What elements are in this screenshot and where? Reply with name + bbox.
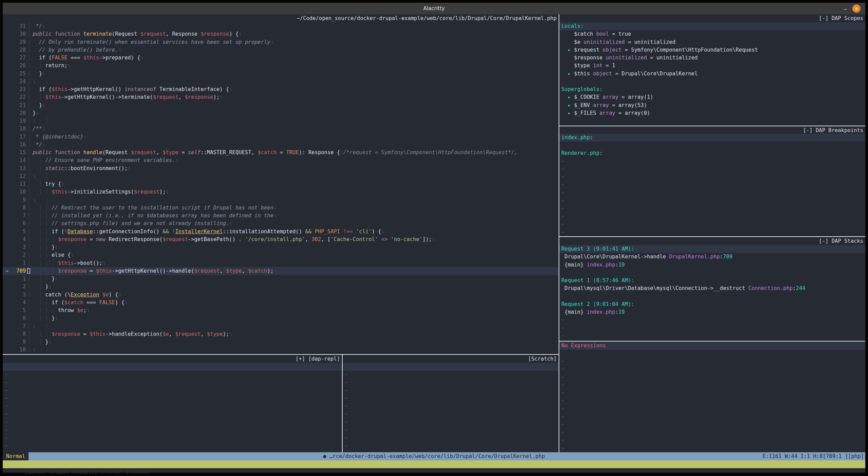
code-line[interactable]: 29│ // Only run terminate() when essenti… — [3, 38, 559, 46]
code-line[interactable]: 7│ │ │ // installed yet (i.e., if no $da… — [3, 212, 559, 220]
gutter-separator: │ — [26, 228, 33, 236]
code-line[interactable]: 9│ │ }↴ — [3, 338, 559, 346]
indent-guide: │ — [36, 197, 48, 203]
stack-frame-row[interactable]: {main} index.php:19 — [559, 308, 865, 316]
code-line[interactable]: 20│}↴ — [3, 109, 559, 117]
empty-buffer-line: ~ — [559, 197, 865, 205]
code-line[interactable]: 2│ │ │ else {↴ — [3, 251, 559, 259]
empty-buffer-line: ~ — [3, 371, 342, 379]
sign-column — [3, 54, 11, 62]
code-line[interactable]: 26│ │ return;↴ — [3, 62, 559, 70]
code-line[interactable]: 13│ │ static::bootEnvironment();↴ — [3, 165, 559, 172]
buffer-cursorline[interactable] — [3, 363, 342, 371]
dap-breakpoints-header[interactable]: [-] DAP Breakpoints — [559, 126, 865, 134]
eol-marker: ↴ — [33, 347, 36, 353]
indent-guide: │ — [33, 283, 45, 290]
code-line[interactable]: 5│ │ │ │ throw $e;↴ — [3, 307, 559, 314]
stack-frame-row[interactable]: Request 1 (8:57:46 AM): — [559, 277, 865, 285]
code-line[interactable]: 3│ │ catch (\Exception $e) {↴ — [3, 291, 559, 299]
code-line[interactable]: 24│↴ │ — [3, 78, 559, 86]
scope-variable-row[interactable]: $type int = 1 — [559, 62, 865, 70]
code-line[interactable]: 12│↴ │ — [3, 172, 559, 180]
current-code-line[interactable]: →709│ │ │ │ $response = $this->getHttpKe… — [3, 267, 559, 275]
code-line[interactable]: 15│public function handle(Request $reque… — [3, 149, 559, 157]
code-line[interactable]: 1│ │ │ }↴ — [3, 275, 559, 283]
stack-frame-row[interactable]: Drupal\Core\DrupalKernel->handle DrupalK… — [559, 253, 865, 261]
code-line[interactable]: 6│ │ │ }↴ — [3, 314, 559, 322]
code-line[interactable]: 31│ */↴ — [3, 22, 559, 30]
close-icon[interactable]: ✕ — [852, 4, 861, 13]
code-line[interactable]: 1│ │ │ │ $this->boot();↴ — [3, 259, 559, 267]
scope-variable-row[interactable]: Locals: — [559, 22, 865, 30]
titlebar[interactable]: Alacritty – ✕ — [3, 3, 865, 14]
tilde: ~ — [561, 213, 564, 219]
code-line[interactable]: 6│ │ │ // settings.php file) and we are … — [3, 220, 559, 227]
code-line[interactable]: 11│ │ try {↴ — [3, 180, 559, 188]
stack-frame-row[interactable]: {main} index.php:19 — [559, 261, 865, 269]
code-line[interactable]: 18│/**↴ — [3, 125, 559, 133]
code-text: │ }↴ — [33, 283, 559, 291]
stack-frame-row[interactable]: Request 3 (9:01:41 AM): — [559, 245, 865, 253]
code-line[interactable]: 23│ if ($this->getHttpKernel() instanceo… — [3, 86, 559, 93]
scope-variable-row[interactable] — [559, 78, 865, 86]
code-line[interactable]: 27│ if (FALSE === $this->prepared) {↴ — [3, 54, 559, 62]
code-line[interactable]: 4│ │ │ if ($catch === FALSE) {↴ — [3, 299, 559, 307]
tmux-window-2[interactable]: 2:docker- — [123, 469, 154, 475]
scope-variable-row[interactable]: ▸ $_FILES array = array(0) — [559, 109, 865, 117]
code-line[interactable]: 30│public function terminate(Request $re… — [3, 30, 559, 38]
scope-variable-row[interactable]: ▸ $_ENV array = array(53) — [559, 102, 865, 109]
tmux-window-1[interactable]: 1:nvim* — [101, 469, 123, 475]
code-line[interactable]: 2│ │ }↴ — [3, 283, 559, 291]
code-line[interactable]: 10│↴ │ — [3, 346, 559, 354]
code-area[interactable]: 31│ */↴ 30│public function terminate(Req… — [3, 22, 559, 354]
code-line[interactable]: 14│ │ // Ensure sane PHP environment var… — [3, 157, 559, 164]
eol-marker: ↴ — [273, 213, 276, 219]
code-line[interactable]: 17│ * {@inheritdoc}↴ — [3, 133, 559, 141]
code-line[interactable]: 8│ │ │ $response = $this->handleExceptio… — [3, 330, 559, 338]
minimize-icon[interactable]: – — [844, 5, 847, 12]
stack-frame-row[interactable] — [559, 269, 865, 277]
code-line[interactable]: 21│ }↴ — [3, 102, 559, 109]
scope-variable-row[interactable]: Superglobals: — [559, 86, 865, 93]
line-number: 16 — [11, 141, 26, 149]
code-line[interactable]: 8│ │ │ // Redirect the user to the insta… — [3, 204, 559, 212]
code-line[interactable]: 10│ │ │ $this->initializeSettings($reque… — [3, 188, 559, 196]
eol-marker: ↴ — [68, 62, 71, 69]
scope-variable-row[interactable]: $e uninitialized = uninitialized — [559, 38, 865, 46]
buffer-cursorline[interactable] — [343, 363, 559, 371]
code-line[interactable]: 7│↴ │ — [3, 323, 559, 330]
stack-frame-row[interactable] — [559, 293, 865, 300]
eol-marker: ↴ — [239, 31, 242, 37]
code-line[interactable]: 28│ // by preHandle() before.↴ — [3, 46, 559, 54]
watch-row[interactable] — [559, 350, 865, 358]
code-line[interactable]: 4│ │ │ │ $response = new RedirectRespons… — [3, 236, 559, 243]
stack-frame-row[interactable]: Drupal\mysql\Driver\Database\mysql\Conne… — [559, 285, 865, 292]
code-line[interactable]: 19│↴ │ — [3, 117, 559, 125]
dap-stacks-header[interactable]: [-] DAP Stacks — [559, 237, 865, 245]
code-line[interactable]: 22│ │ $this->getHttpKernel()->terminate(… — [3, 93, 559, 101]
scope-variable-row[interactable]: $catch bool = true — [559, 30, 865, 38]
sign-column — [3, 338, 11, 346]
code-line[interactable]: 5│ │ │ if (!Database::getConnectionInfo(… — [3, 228, 559, 236]
breakpoint-row[interactable] — [559, 142, 865, 149]
scope-variable-row[interactable]: ▸ $this object = Drupal\Core\DrupalKerne… — [559, 70, 865, 78]
scope-variable-row[interactable]: $response uninitialized = uninitialized — [559, 54, 865, 62]
stack-frame-row[interactable]: Request 2 (9:01:04 AM): — [559, 300, 865, 308]
code-line[interactable]: 25│ }↴ — [3, 70, 559, 78]
tilde: ~ — [5, 411, 8, 417]
code-line[interactable]: 16│ */↴ — [3, 141, 559, 149]
tilde: ~ — [5, 427, 8, 433]
scratch-pane[interactable]: [Scratch] ~~~~~~~~~~ — [343, 355, 559, 452]
scope-variable-row[interactable]: ▸ $_COOKIE array = array(1) — [559, 93, 865, 101]
tilde: ~ — [561, 414, 564, 420]
breakpoint-row[interactable]: Renderer.php: — [559, 149, 865, 157]
code-line[interactable]: 3│ │ │ }↴ — [3, 243, 559, 251]
code-line[interactable]: 9│↴ │ — [3, 196, 559, 204]
tilde: ~ — [345, 371, 348, 378]
breakpoint-row[interactable]: index.php: — [559, 134, 865, 142]
dap-repl-pane[interactable]: [+] [dap-repl] ~~~~~~~~~~ — [3, 355, 342, 452]
watch-row[interactable]: No Expressions — [559, 342, 865, 350]
sign-column — [3, 70, 11, 78]
dap-scopes-header[interactable]: [-] DAP Scopes — [559, 14, 865, 22]
scope-variable-row[interactable]: ▸ $request object = Symfony\Component\Ht… — [559, 46, 865, 54]
